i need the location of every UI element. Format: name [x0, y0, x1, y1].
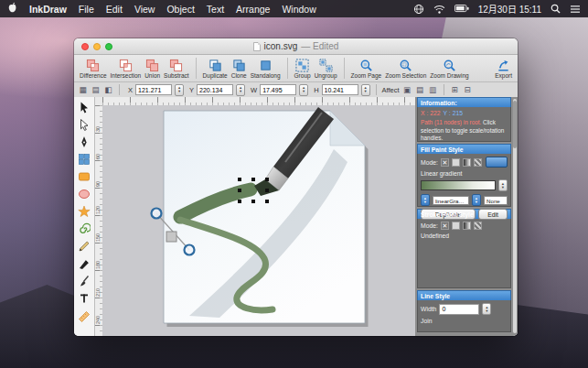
close-button[interactable] — [81, 43, 89, 50]
page-setup-icon[interactable]: ▦ — [78, 85, 88, 95]
tool-select[interactable] — [76, 100, 92, 114]
standalong-button[interactable]: Standalong — [250, 58, 282, 80]
tool-rectangle[interactable] — [76, 169, 92, 184]
props-separator — [119, 84, 120, 95]
gradient-name-select[interactable]: linearGradien… — [433, 196, 469, 205]
intersection-button[interactable]: Intersection — [110, 58, 143, 80]
width-stepper[interactable]: ▴▾ — [299, 84, 308, 96]
menu-clock[interactable]: 12月30日 15:11 — [478, 2, 541, 16]
x-field[interactable] — [135, 84, 172, 95]
difference-icon — [86, 59, 100, 72]
gradient-stepper[interactable]: ▴▾ — [498, 179, 508, 191]
drawing-canvas[interactable] — [102, 105, 415, 336]
line-style-header[interactable]: Line Style — [417, 290, 511, 300]
zoom-selection-button[interactable]: Zoom Selection — [384, 58, 427, 80]
stroke-paint-panel: Stroke Paint Style Mode: ✕ Undefined — [417, 209, 511, 288]
select-cursor-icon — [78, 101, 91, 114]
tool-calligraphy[interactable] — [76, 256, 92, 271]
tool-node-edit[interactable] — [76, 117, 92, 132]
duplicate-button[interactable]: Duplicate — [202, 58, 229, 80]
gradient-name-stepper[interactable]: ▴▾ — [421, 194, 430, 206]
panel-scrollbar-thumb[interactable] — [513, 101, 517, 148]
wifi-icon[interactable] — [433, 5, 445, 14]
lock-ratio-icon[interactable]: ⊞ — [450, 85, 460, 95]
fill-paint-header[interactable]: Fill Paint Style — [417, 144, 511, 154]
input-source-icon[interactable] — [413, 4, 424, 15]
menu-view[interactable]: View — [134, 4, 155, 15]
zoom-page-button[interactable]: Zoom Page — [350, 58, 383, 80]
stroke-pattern-icon[interactable] — [474, 222, 482, 230]
control-list-icon[interactable] — [570, 5, 581, 14]
line-width-field[interactable] — [439, 304, 479, 315]
fill-solid-icon[interactable] — [452, 158, 460, 167]
fill-gradient-icon[interactable] — [463, 158, 471, 167]
substract-button[interactable]: Substract — [163, 58, 189, 80]
line-style-panel: Line Style Width ▴▾ Join — [417, 290, 511, 332]
zoom-page-icon — [359, 59, 373, 72]
tool-star[interactable] — [76, 204, 92, 219]
battery-icon[interactable] — [454, 5, 469, 13]
export-button[interactable]: Export — [494, 58, 513, 80]
menu-text[interactable]: Text — [207, 4, 224, 15]
tool-pencil[interactable] — [76, 239, 92, 254]
toolbar-separator — [196, 58, 197, 79]
menu-file[interactable]: File — [79, 4, 94, 15]
information-panel: Information: X : 222 Y : 215 Path (11 no… — [417, 97, 511, 142]
tool-measure[interactable] — [76, 308, 92, 323]
menu-bar: InkDraw File Edit View Object Text Arran… — [0, 0, 588, 17]
zoom-drawing-button[interactable]: Zoom Drawing — [429, 58, 469, 80]
tool-text[interactable] — [76, 291, 92, 306]
difference-button[interactable]: Difference — [79, 58, 108, 80]
stroke-gradient-icon[interactable] — [463, 222, 471, 230]
gradient-stop-stepper[interactable]: ▴▾ — [472, 194, 481, 206]
edit-gradient-button[interactable]: Edit — [478, 209, 508, 220]
menu-window[interactable]: Window — [282, 4, 315, 15]
apple-menu[interactable] — [7, 2, 17, 16]
union-button[interactable]: Union — [144, 58, 161, 80]
clone-button[interactable]: Clone — [230, 58, 248, 80]
menu-object[interactable]: Object — [166, 4, 194, 15]
tool-pen[interactable] — [76, 135, 92, 149]
tool-shape-grid[interactable] — [76, 152, 92, 167]
affect-scale-icon[interactable]: ▣ — [402, 85, 412, 95]
tool-spiral[interactable] — [76, 222, 92, 236]
width-field[interactable] — [260, 84, 296, 95]
affect-label: Affect — [382, 86, 400, 94]
height-field[interactable] — [322, 84, 358, 95]
height-stepper[interactable]: ▴▾ — [361, 84, 370, 96]
app-menu[interactable]: InkDraw — [29, 4, 67, 15]
stroke-solid-icon[interactable] — [452, 222, 460, 230]
stroke-none-icon[interactable]: ✕ — [441, 222, 449, 230]
line-width-stepper[interactable]: ▴▾ — [482, 303, 491, 315]
spotlight-icon[interactable] — [551, 4, 561, 14]
panel-scrollbar[interactable] — [513, 99, 517, 333]
menu-arrange[interactable]: Arrange — [236, 4, 270, 15]
fill-color-swatch[interactable] — [486, 157, 508, 168]
fill-pattern-icon[interactable] — [474, 158, 482, 167]
gradient-stop-select[interactable]: None — [484, 196, 508, 205]
snap-guides-icon[interactable]: ◧ — [103, 85, 113, 95]
zoom-button[interactable] — [105, 43, 112, 50]
tool-ellipse[interactable] — [76, 187, 92, 201]
title-bar[interactable]: icon.svg — Edited — [74, 38, 518, 55]
raise-lower-icon[interactable]: ⊟ — [463, 85, 473, 95]
y-stepper[interactable]: ▴▾ — [236, 84, 245, 96]
affect-corners-icon[interactable]: ▤ — [415, 85, 425, 95]
affect-stroke-icon[interactable]: ▥ — [428, 85, 438, 95]
group-button[interactable]: Group — [294, 58, 312, 80]
information-header[interactable]: Information: — [417, 97, 511, 107]
clone-icon — [232, 59, 246, 72]
x-stepper[interactable]: ▴▾ — [175, 84, 184, 96]
menu-edit[interactable]: Edit — [106, 4, 123, 15]
fill-none-icon[interactable]: ✕ — [441, 158, 449, 167]
gradient-preview[interactable] — [421, 180, 496, 190]
minimize-button[interactable] — [93, 43, 101, 50]
info-x: X : 222 — [421, 110, 441, 116]
group-icon — [295, 59, 309, 72]
snap-grid-icon[interactable]: ▤ — [91, 85, 101, 95]
fill-paint-panel: Fill Paint Style Mode: ✕ Linear gradient… — [417, 144, 511, 207]
substract-icon — [169, 59, 183, 72]
y-field[interactable] — [197, 84, 233, 95]
tool-brush[interactable] — [76, 274, 92, 288]
ungroup-button[interactable]: Ungroup — [314, 58, 338, 80]
